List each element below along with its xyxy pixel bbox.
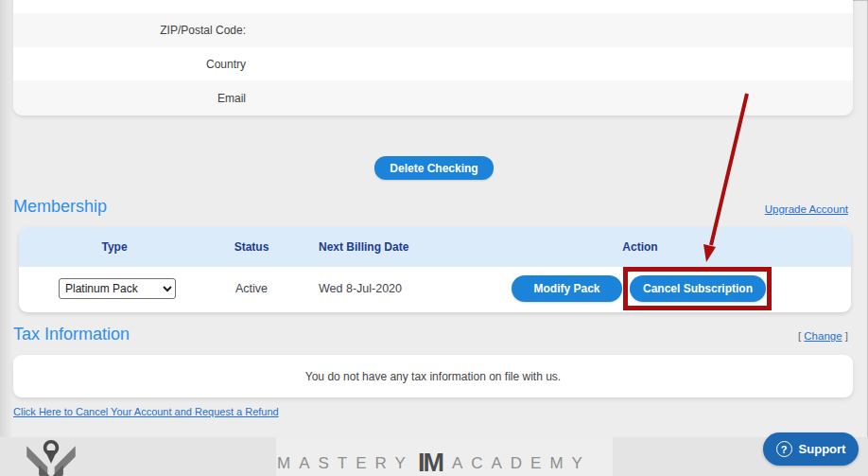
tax-change-link[interactable]: Change bbox=[804, 330, 842, 342]
support-label: Support bbox=[799, 442, 846, 456]
tax-information-heading: Tax Information bbox=[13, 325, 130, 344]
brand-mastery-text: MASTERY bbox=[277, 454, 414, 473]
page-left-gutter bbox=[0, 0, 13, 437]
profile-card: ZIP/Postal Code: Country Email bbox=[13, 0, 853, 115]
question-mark-icon: ? bbox=[776, 441, 792, 457]
membership-type-select[interactable]: Platinum Pack bbox=[59, 278, 176, 299]
profile-row-email: Email bbox=[13, 80, 853, 115]
delete-checking-button[interactable]: Delete Checking bbox=[374, 156, 494, 180]
membership-billing-date-value: Wed 8-Jul-2020 bbox=[319, 282, 402, 295]
country-label: Country bbox=[13, 58, 246, 71]
email-label: Email bbox=[13, 92, 246, 105]
membership-row: Platinum Pack Active Wed 8-Jul-2020 Modi… bbox=[19, 267, 851, 312]
column-header-type: Type bbox=[39, 240, 190, 254]
profile-row-country: Country bbox=[13, 47, 853, 81]
bracket-open: [ bbox=[798, 330, 801, 342]
tax-change-line: [ Change ] bbox=[798, 330, 848, 342]
cancel-account-refund-link[interactable]: Click Here to Cancel Your Account and Re… bbox=[13, 406, 279, 417]
brand-im-logo: IM bbox=[418, 451, 443, 474]
membership-status-value: Active bbox=[176, 282, 327, 295]
column-header-status: Status bbox=[176, 240, 327, 254]
bracket-close: ] bbox=[845, 330, 848, 342]
membership-table-header: Type Status Next Billing Date Action bbox=[19, 227, 851, 267]
brand-academy-text: ACADEMY bbox=[452, 454, 591, 473]
column-header-action: Action bbox=[564, 240, 716, 254]
support-button[interactable]: ? Support bbox=[763, 432, 859, 466]
membership-heading: Membership bbox=[13, 197, 107, 217]
tax-information-card: You do not have any tax information on f… bbox=[13, 355, 853, 397]
column-header-next-billing-date: Next Billing Date bbox=[319, 240, 408, 254]
tax-empty-message: You do not have any tax information on f… bbox=[305, 370, 561, 383]
membership-table: Type Status Next Billing Date Action Pla… bbox=[19, 227, 851, 312]
footer-brand: MASTERY IM ACADEMY bbox=[0, 437, 868, 476]
cancel-subscription-button[interactable]: Cancel Subscription bbox=[630, 275, 766, 302]
profile-row-zip: ZIP/Postal Code: bbox=[13, 13, 853, 47]
upgrade-account-link[interactable]: Upgrade Account bbox=[765, 203, 848, 215]
account-page: ZIP/Postal Code: Country Email Delete Ch… bbox=[0, 0, 868, 476]
footer: MASTERY IM ACADEMY bbox=[0, 437, 868, 476]
modify-pack-button[interactable]: Modify Pack bbox=[512, 275, 622, 302]
zip-label: ZIP/Postal Code: bbox=[13, 24, 246, 37]
